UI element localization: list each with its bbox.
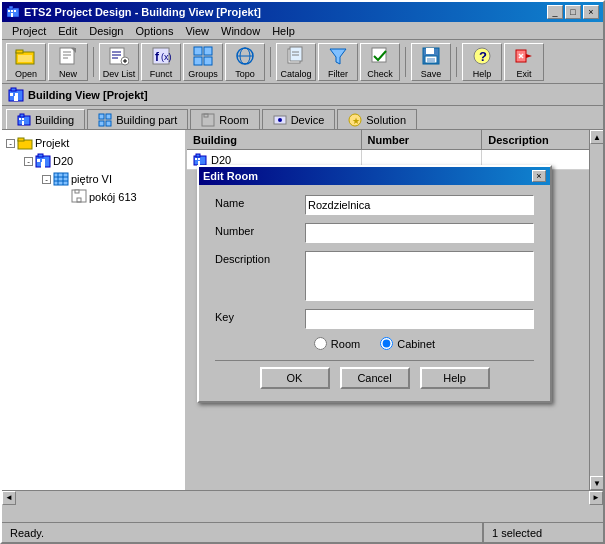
tree-expand-projekt[interactable]: - xyxy=(6,139,15,148)
check-icon xyxy=(369,45,391,67)
menu-design[interactable]: Design xyxy=(83,24,129,38)
toolbar-sep-3 xyxy=(405,47,406,77)
close-button[interactable]: × xyxy=(583,5,599,19)
col-building: Building xyxy=(187,130,362,149)
devlist-button[interactable]: Dev List xyxy=(99,43,139,81)
menu-edit[interactable]: Edit xyxy=(52,24,83,38)
svg-rect-53 xyxy=(20,114,24,117)
tab-solution-label: Solution xyxy=(366,114,406,126)
key-row: Key xyxy=(215,309,534,329)
tree-item-floor[interactable]: - piętro VI xyxy=(42,170,181,188)
save-button[interactable]: Save xyxy=(411,43,451,81)
tab-device[interactable]: Device xyxy=(262,109,336,129)
svg-rect-80 xyxy=(75,190,79,193)
radio-room-label[interactable]: Room xyxy=(314,337,360,350)
help-button[interactable]: ? Help xyxy=(462,43,502,81)
app-icon xyxy=(6,5,20,19)
scroll-right-button[interactable]: ► xyxy=(589,491,603,505)
menu-project[interactable]: Project xyxy=(6,24,52,38)
new-button[interactable]: New xyxy=(48,43,88,81)
title-bar-left: ETS2 Project Design - Building View [Pro… xyxy=(6,5,261,19)
groups-icon xyxy=(192,45,214,67)
svg-rect-26 xyxy=(194,57,202,65)
svg-rect-4 xyxy=(14,10,16,12)
dialog-close-button[interactable]: × xyxy=(532,170,546,182)
cancel-button[interactable]: Cancel xyxy=(340,367,410,389)
scroll-up-button[interactable]: ▲ xyxy=(590,130,603,144)
sub-window-icon xyxy=(8,87,24,103)
horizontal-scrollbar[interactable]: ◄ ► xyxy=(2,490,603,504)
menu-options[interactable]: Options xyxy=(129,24,179,38)
tree-expand-d20[interactable]: - xyxy=(24,157,33,166)
radio-room[interactable] xyxy=(314,337,327,350)
table-header: Building Number Description xyxy=(187,130,603,150)
topo-button[interactable]: Topo xyxy=(225,43,265,81)
tree-expand-floor[interactable]: - xyxy=(42,175,51,184)
exit-button[interactable]: Exit xyxy=(504,43,544,81)
svg-point-64 xyxy=(278,118,282,122)
tab-building-part[interactable]: Building part xyxy=(87,109,188,129)
help-icon: ? xyxy=(471,45,493,67)
catalog-button[interactable]: Catalog xyxy=(276,43,316,81)
svg-rect-49 xyxy=(10,93,13,96)
svg-rect-73 xyxy=(41,162,45,168)
app-title: ETS2 Project Design - Building View [Pro… xyxy=(24,6,261,18)
tree-item-d20[interactable]: - D20 xyxy=(24,152,181,170)
check-button[interactable]: Check xyxy=(360,43,400,81)
scroll-down-button[interactable]: ▼ xyxy=(590,476,603,490)
toolbar: Open New xyxy=(2,40,603,84)
svg-rect-68 xyxy=(18,138,24,141)
tab-room[interactable]: Room xyxy=(190,109,259,129)
filter-button[interactable]: Filter xyxy=(318,43,358,81)
tree-label-d20: D20 xyxy=(53,155,73,167)
tree-item-projekt[interactable]: - Projekt xyxy=(6,134,181,152)
menu-help[interactable]: Help xyxy=(266,24,301,38)
save-icon xyxy=(420,45,442,67)
svg-rect-1 xyxy=(9,6,13,9)
key-input[interactable] xyxy=(305,309,534,329)
maximize-button[interactable]: □ xyxy=(565,5,581,19)
svg-rect-27 xyxy=(204,57,212,65)
svg-rect-32 xyxy=(290,47,302,61)
funct-button[interactable]: f (x) Funct xyxy=(141,43,181,81)
svg-rect-38 xyxy=(426,48,434,54)
open-button[interactable]: Open xyxy=(6,43,46,81)
catalog-icon xyxy=(285,45,307,67)
tree-panel[interactable]: - Projekt - xyxy=(2,130,187,490)
tree-item-d20-container: - D20 xyxy=(6,152,181,206)
svg-rect-62 xyxy=(204,114,208,117)
ok-button[interactable]: OK xyxy=(260,367,330,389)
minimize-button[interactable]: _ xyxy=(547,5,563,19)
radio-cabinet-label[interactable]: Cabinet xyxy=(380,337,435,350)
number-input[interactable] xyxy=(305,223,534,243)
main-content: - Projekt - xyxy=(2,130,603,490)
groups-button[interactable]: Groups xyxy=(183,43,223,81)
tab-solution-icon: ★ xyxy=(348,113,362,127)
tree-item-room[interactable]: pokój 613 xyxy=(60,188,181,206)
dialog-buttons: OK Cancel Help xyxy=(215,360,534,389)
tree-icon-room xyxy=(71,189,87,205)
menu-view[interactable]: View xyxy=(179,24,215,38)
col-number: Number xyxy=(362,130,483,149)
scroll-left-button[interactable]: ◄ xyxy=(2,491,16,505)
dialog-content: Name Number Description Ke xyxy=(199,185,550,401)
svg-rect-24 xyxy=(194,47,202,55)
svg-marker-44 xyxy=(526,54,532,58)
menu-window[interactable]: Window xyxy=(215,24,266,38)
svg-rect-60 xyxy=(106,121,111,126)
tree-icon-d20 xyxy=(35,153,51,169)
dialog-help-button[interactable]: Help xyxy=(420,367,490,389)
tab-building[interactable]: Building xyxy=(6,109,85,129)
dialog-title: Edit Room xyxy=(203,170,258,182)
tab-room-icon xyxy=(201,113,215,127)
tab-solution[interactable]: ★ Solution xyxy=(337,109,417,129)
scrollbar-right[interactable]: ▲ ▼ xyxy=(589,130,603,490)
name-input[interactable] xyxy=(305,195,534,215)
svg-rect-58 xyxy=(106,114,111,119)
description-input[interactable] xyxy=(305,251,534,301)
radio-cabinet[interactable] xyxy=(380,337,393,350)
status-bar: Ready. 1 selected xyxy=(2,522,603,542)
svg-rect-55 xyxy=(22,118,24,120)
toolbar-sep-4 xyxy=(456,47,457,77)
topo-icon xyxy=(234,45,256,67)
